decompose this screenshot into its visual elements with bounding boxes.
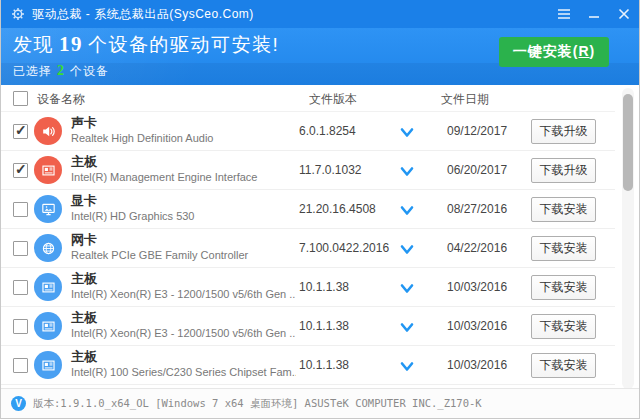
row-checkbox[interactable] (13, 319, 28, 334)
download-action-button[interactable]: 下载安装 (531, 275, 596, 300)
device-category: 主板 (71, 349, 296, 365)
version-badge-icon: V (11, 396, 26, 411)
install-hotkey: R (578, 43, 589, 59)
column-file-date: 文件日期 (441, 91, 489, 108)
window-controls (549, 0, 639, 28)
device-category: 主板 (71, 310, 296, 326)
titlebar: 驱动总裁 - 系统总裁出品(SysCeo.Com) (1, 0, 639, 28)
headline: 发现19个设备的驱动可安装! (13, 32, 279, 58)
header-banner: 发现19个设备的驱动可安装! 已选择2个设备 一键安装(R) (1, 28, 639, 85)
device-name: Realtek High Definition Audio (71, 131, 296, 146)
motherboard-icon (34, 273, 62, 301)
close-icon[interactable] (609, 0, 639, 28)
file-date: 04/22/2016 (447, 229, 507, 268)
table-row[interactable]: 网卡 Realtek PCIe GBE Family Controller 7.… (1, 229, 615, 268)
chevron-down-icon[interactable] (400, 242, 414, 254)
file-version: 10.1.1.38 (299, 307, 349, 346)
device-name: Intel(R) Xeon(R) E3 - 1200/1500 v5/6th G… (71, 287, 296, 302)
column-device-name: 设备名称 (37, 91, 85, 108)
table-row[interactable]: 主板 Intel(R) Xeon(R) E3 - 1200/1500 v5/6t… (1, 268, 615, 307)
speaker-icon (34, 117, 62, 145)
column-file-version: 文件版本 (309, 91, 357, 108)
chevron-down-icon[interactable] (400, 320, 414, 332)
monitor-icon (34, 195, 62, 223)
selected-prefix: 已选择 (13, 64, 52, 78)
headline-suffix: 个设备的驱动可安装! (88, 34, 279, 55)
status-text: 版本:1.9.1.0_x64_OL [Windows 7 x64 桌面环境] A… (33, 397, 482, 411)
row-checkbox[interactable] (13, 280, 28, 295)
file-date: 09/12/2017 (447, 112, 507, 151)
install-label-prefix: 一键安装( (513, 43, 579, 59)
chevron-down-icon[interactable] (400, 203, 414, 215)
gear-clock-icon (10, 6, 26, 22)
file-version: 10.1.1.38 (299, 268, 349, 307)
download-action-button[interactable]: 下载升级 (531, 119, 596, 144)
scrollbar[interactable] (622, 88, 634, 389)
file-version: 10.1.1.38 (299, 346, 349, 385)
statusbar: V 版本:1.9.1.0_x64_OL [Windows 7 x64 桌面环境]… (1, 388, 639, 418)
device-category: 主板 (71, 271, 296, 287)
globe-icon (34, 234, 62, 262)
table-row[interactable]: 主板 Intel(R) 100 Series/C230 Series Chips… (1, 346, 615, 385)
download-action-button[interactable]: 下载安装 (531, 314, 596, 339)
selected-suffix: 个设备 (70, 64, 109, 78)
device-count: 19 (59, 32, 83, 56)
device-category: 显卡 (71, 193, 296, 209)
motherboard-icon (34, 156, 62, 184)
chevron-down-icon[interactable] (400, 164, 414, 176)
table-header: 设备名称 文件版本 文件日期 (1, 85, 615, 112)
file-date: 10/03/2016 (447, 268, 507, 307)
select-all-checkbox[interactable] (13, 91, 28, 106)
selected-line: 已选择2个设备 (13, 63, 109, 80)
device-name: Intel(R) Management Engine Interface (71, 170, 296, 185)
file-date: 08/27/2016 (447, 190, 507, 229)
chevron-down-icon[interactable] (400, 359, 414, 371)
device-list: 声卡 Realtek High Definition Audio 6.0.1.8… (1, 112, 615, 385)
file-version: 21.20.16.4508 (299, 190, 376, 229)
download-action-button[interactable]: 下载安装 (531, 197, 596, 222)
one-click-install-button[interactable]: 一键安装(R) (499, 37, 609, 67)
chevron-down-icon[interactable] (400, 281, 414, 293)
device-name: Intel(R) HD Graphics 530 (71, 209, 296, 224)
file-version: 11.7.0.1032 (299, 151, 362, 190)
table-row[interactable]: 主板 Intel(R) Management Engine Interface … (1, 151, 615, 190)
table-row[interactable]: 显卡 Intel(R) HD Graphics 530 21.20.16.450… (1, 190, 615, 229)
device-category: 声卡 (71, 115, 296, 131)
chevron-down-icon[interactable] (400, 125, 414, 137)
motherboard-icon (34, 351, 62, 379)
row-checkbox[interactable] (13, 124, 28, 139)
download-action-button[interactable]: 下载安装 (531, 236, 596, 261)
selected-count: 2 (57, 63, 65, 78)
file-date: 06/20/2017 (447, 151, 507, 190)
file-version: 6.0.1.8254 (299, 112, 356, 151)
install-label-suffix: ) (590, 43, 596, 59)
app-window: 驱动总裁 - 系统总裁出品(SysCeo.Com) 发现19个设备的驱动可安装!… (0, 0, 640, 419)
device-name: Realtek PCIe GBE Family Controller (71, 248, 296, 263)
download-action-button[interactable]: 下载升级 (531, 158, 596, 183)
row-checkbox[interactable] (13, 163, 28, 178)
file-version: 7.100.0422.2016 (299, 229, 389, 268)
row-checkbox[interactable] (13, 241, 28, 256)
menu-icon[interactable] (549, 0, 579, 28)
device-name: Intel(R) Xeon(R) E3 - 1200/1500 v5/6th G… (71, 326, 296, 341)
download-action-button[interactable]: 下载安装 (531, 353, 596, 378)
file-date: 10/03/2016 (447, 346, 507, 385)
motherboard-icon (34, 312, 62, 340)
scrollbar-thumb[interactable] (623, 94, 633, 191)
minimize-icon[interactable] (579, 0, 609, 28)
device-category: 主板 (71, 154, 296, 170)
table-row[interactable]: 主板 Intel(R) Xeon(R) E3 - 1200/1500 v5/6t… (1, 307, 615, 346)
window-title: 驱动总裁 - 系统总裁出品(SysCeo.Com) (32, 6, 254, 23)
headline-prefix: 发现 (13, 34, 54, 55)
row-checkbox[interactable] (13, 358, 28, 373)
device-name: Intel(R) 100 Series/C230 Series Chipset … (71, 365, 296, 380)
device-category: 网卡 (71, 232, 296, 248)
table-row[interactable]: 声卡 Realtek High Definition Audio 6.0.1.8… (1, 112, 615, 151)
file-date: 10/03/2016 (447, 307, 507, 346)
row-checkbox[interactable] (13, 202, 28, 217)
